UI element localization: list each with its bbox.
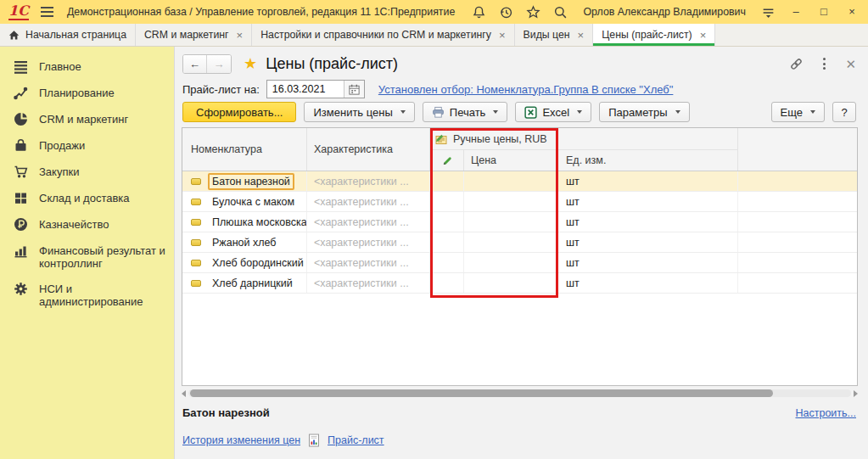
- sidebar-item-lines[interactable]: Главное: [0, 53, 174, 80]
- sidebar-item-label: Финансовый результат и контроллинг: [39, 243, 167, 270]
- sidebar-item-ruble[interactable]: Казначейство: [0, 211, 174, 238]
- nomenclature-cell: Плюшка московская: [182, 212, 307, 232]
- calendar-button[interactable]: [344, 81, 364, 98]
- edit-flag-cell[interactable]: [430, 253, 464, 272]
- sidebar-item-label: НСИ и администрирование: [39, 282, 167, 308]
- user-settings-icon[interactable]: [761, 5, 776, 20]
- tab-2[interactable]: Настройки и справочники по CRM и маркети…: [252, 24, 514, 46]
- unit-cell: шт: [557, 232, 738, 252]
- table-row[interactable]: Хлеб дарницкий <характеристики ... шт: [182, 273, 857, 294]
- more-menu-icon[interactable]: [823, 58, 826, 70]
- close-form-icon[interactable]: ✕: [845, 58, 856, 70]
- scroll-left-arrow-icon[interactable]: [182, 390, 186, 397]
- item-icon: [191, 280, 201, 287]
- change-prices-button[interactable]: Изменить цены: [304, 102, 414, 122]
- print-button[interactable]: Печать: [423, 102, 508, 122]
- forward-button[interactable]: →: [207, 55, 231, 73]
- tab-label: Цены (прайс-лист): [602, 29, 692, 41]
- close-window-button[interactable]: ×: [844, 0, 860, 24]
- sidebar-item-label: CRM и маркетинг: [39, 112, 128, 126]
- toolbar: Сформировать... Изменить цены Печать Exc…: [182, 101, 856, 123]
- scrollbar-thumb[interactable]: [190, 389, 773, 397]
- sidebar-item-plan[interactable]: Планирование: [0, 80, 174, 106]
- sidebar-item-label: Закупки: [39, 165, 79, 178]
- current-user[interactable]: Орлов Александр Владимирович: [583, 6, 746, 18]
- price-cell[interactable]: [464, 253, 557, 272]
- price-cell[interactable]: [464, 192, 557, 211]
- tab-4[interactable]: Цены (прайс-лист) ×: [593, 24, 715, 46]
- tab-close-icon[interactable]: ×: [700, 29, 707, 42]
- filter-link[interactable]: Установлен отбор: Номенклатура.Группа В …: [378, 83, 674, 96]
- sidebar-item-bars[interactable]: Финансовый результат и контроллинг: [0, 238, 174, 276]
- tab-label: Виды цен: [524, 29, 570, 41]
- column-header-unit[interactable]: Ед. изм.: [557, 150, 738, 171]
- unit-cell: шт: [557, 171, 738, 191]
- more-button[interactable]: Еще: [771, 102, 825, 122]
- tab-label: Настройки и справочники по CRM и маркети…: [260, 29, 491, 41]
- pie-icon: [14, 112, 28, 126]
- price-cell[interactable]: [464, 273, 557, 293]
- dropdown-caret-icon: [577, 110, 582, 114]
- excel-button[interactable]: Excel: [515, 102, 591, 122]
- get-link-icon[interactable]: [789, 57, 804, 71]
- dropdown-caret-icon: [675, 110, 680, 114]
- search-icon[interactable]: [553, 5, 568, 20]
- back-button[interactable]: ←: [183, 55, 207, 73]
- 1c-logo-icon: 1С: [8, 4, 29, 20]
- history-icon[interactable]: [499, 5, 513, 20]
- dropdown-caret-icon: [810, 110, 815, 114]
- help-button[interactable]: ?: [832, 102, 856, 122]
- tab-close-icon[interactable]: ×: [499, 29, 506, 42]
- tab-close-icon[interactable]: ×: [237, 29, 244, 42]
- table-row[interactable]: Ржаной хлеб <характеристики ... шт: [182, 232, 857, 253]
- tab-0[interactable]: Начальная страница: [0, 24, 136, 46]
- bag-icon: [14, 138, 28, 153]
- tab-1[interactable]: CRM и маркетинг ×: [136, 24, 252, 46]
- column-header-manual-prices[interactable]: Ручные цены, RUB: [430, 128, 557, 150]
- edit-flag-cell[interactable]: [430, 212, 464, 232]
- price-history-link[interactable]: История изменения цен: [182, 434, 300, 446]
- scroll-right-arrow-icon[interactable]: [854, 390, 858, 397]
- edit-flag-cell[interactable]: [430, 171, 464, 191]
- favorite-star-icon[interactable]: ★: [244, 56, 257, 71]
- price-cell[interactable]: [464, 171, 557, 191]
- edit-flag-cell[interactable]: [430, 192, 464, 211]
- price-cell[interactable]: [464, 212, 557, 232]
- column-header-price[interactable]: Цена: [464, 150, 557, 171]
- favorites-star-icon[interactable]: [526, 5, 540, 20]
- date-field: [266, 80, 365, 98]
- pricelist-link[interactable]: Прайс-лист: [328, 434, 384, 446]
- table-row[interactable]: Хлеб бородинский <характеристики ... шт: [182, 253, 857, 273]
- generate-button[interactable]: Сформировать...: [182, 102, 296, 122]
- sidebar-item-grid[interactable]: Склад и доставка: [0, 185, 174, 211]
- table-row[interactable]: Плюшка московская <характеристики ... шт: [182, 212, 857, 232]
- price-cell[interactable]: [464, 232, 557, 252]
- column-header-characteristic[interactable]: Характеристика: [307, 128, 430, 171]
- content-area: ← → ★ Цены (прайс-лист) ✕ Прайс-лист на:…: [174, 47, 868, 459]
- parameters-button[interactable]: Параметры: [599, 102, 689, 122]
- edit-flag-cell[interactable]: [430, 273, 464, 293]
- configure-link[interactable]: Настроить...: [796, 407, 857, 419]
- date-input[interactable]: [267, 81, 344, 98]
- notifications-bell-icon[interactable]: [472, 5, 486, 20]
- edit-flag-cell[interactable]: [430, 232, 464, 252]
- maximize-button[interactable]: □: [816, 0, 832, 24]
- sidebar-item-pie[interactable]: CRM и маркетинг: [0, 106, 174, 132]
- column-header-nomenclature[interactable]: Номенклатура: [182, 128, 307, 171]
- tab-close-icon[interactable]: ×: [578, 29, 585, 42]
- sidebar-item-cart[interactable]: Закупки: [0, 159, 174, 185]
- status-row: Батон нарезной Настроить...: [182, 406, 856, 419]
- dropdown-caret-icon: [400, 110, 406, 114]
- column-header-edit[interactable]: [430, 150, 464, 171]
- main-menu-icon[interactable]: [41, 7, 53, 17]
- table-row[interactable]: Булочка с маком <характеристики ... шт: [182, 192, 857, 212]
- minimize-button[interactable]: –: [788, 0, 804, 24]
- pencil-icon: [441, 154, 453, 166]
- sidebar-item-bag[interactable]: Продажи: [0, 132, 174, 159]
- nomenclature-cell: Булочка с маком: [182, 192, 307, 211]
- table-row[interactable]: Батон нарезной <характеристики ... шт: [182, 171, 857, 192]
- horizontal-scrollbar[interactable]: [182, 389, 858, 398]
- tab-3[interactable]: Виды цен ×: [515, 24, 594, 46]
- item-icon: [191, 219, 201, 226]
- sidebar-item-gear[interactable]: НСИ и администрирование: [0, 276, 174, 314]
